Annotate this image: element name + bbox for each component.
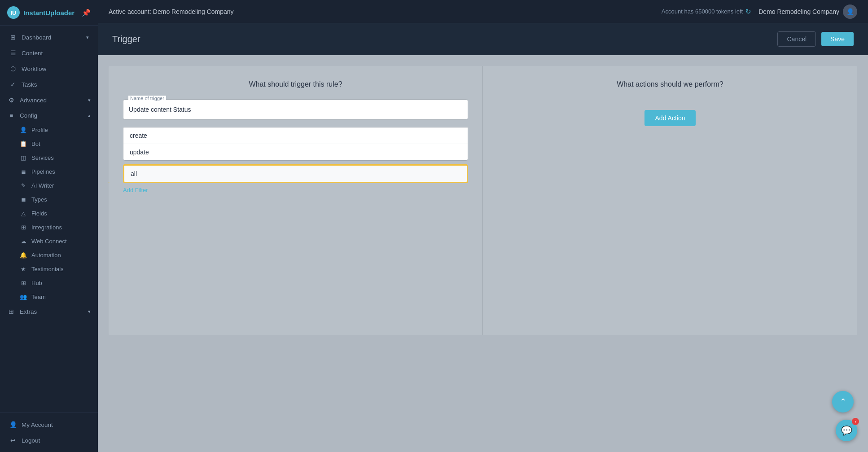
sidebar-item-config[interactable]: ≡ Config ▴ (0, 108, 98, 123)
extras-icon: ⊞ (7, 308, 15, 315)
sidebar-item-integrations[interactable]: ⊞ Integrations (0, 220, 98, 234)
sidebar-item-types[interactable]: ≣ Types (0, 193, 98, 206)
topbar: Active account: Demo Remodeling Company … (98, 0, 868, 23)
my-account-label: My Account (22, 421, 53, 428)
integrations-label: Integrations (31, 224, 62, 231)
pin-icon[interactable]: 📌 (82, 9, 91, 17)
trigger-title: Trigger (112, 34, 140, 44)
team-icon: 👥 (20, 294, 27, 300)
sidebar-item-bot[interactable]: 📋 Bot (0, 137, 98, 151)
dashboard-icon: ⊞ (9, 34, 17, 41)
content-icon: ☰ (9, 49, 17, 57)
config-label: Config (20, 112, 37, 119)
sidebar-item-extras[interactable]: ⊞ Extras ▾ (0, 304, 98, 319)
services-icon: ◫ (20, 154, 27, 161)
active-account: Active account: Demo Remodeling Company (109, 8, 234, 15)
user-section[interactable]: Demo Remodeling Company 👤 (758, 4, 857, 19)
dropdown-item-create[interactable]: create (123, 127, 468, 144)
fields-icon: △ (20, 210, 27, 217)
add-action-button[interactable]: Add Action (644, 110, 696, 126)
config-icon: ≡ (7, 112, 15, 119)
sidebar-item-logout[interactable]: ↩ Logout (2, 433, 96, 448)
avatar: 👤 (843, 4, 857, 19)
logout-icon: ↩ (9, 437, 17, 444)
dropdown-item-update[interactable]: update (123, 144, 468, 160)
trigger-selected-value[interactable]: all (123, 164, 468, 183)
bot-label: Bot (31, 140, 40, 147)
chevron-down-icon: ▾ (88, 97, 91, 103)
cancel-button[interactable]: Cancel (777, 31, 816, 47)
add-action-area: Add Action (497, 99, 843, 126)
sidebar-item-automation[interactable]: 🔔 Automation (0, 248, 98, 262)
hub-label: Hub (31, 280, 42, 286)
ai-writer-label: AI Writer (31, 182, 54, 189)
trigger-actions: Cancel Save (777, 31, 854, 47)
sidebar-item-team[interactable]: 👥 Team (0, 290, 98, 304)
automation-label: Automation (31, 252, 61, 259)
selected-wrapper: all (123, 164, 468, 183)
web-connect-icon: ☁ (20, 238, 27, 245)
logo-icon: IU (7, 6, 20, 19)
sidebar-item-pipelines[interactable]: ≣ Pipelines (0, 165, 98, 179)
chevron-down-icon: ▾ (88, 309, 91, 315)
sidebar-item-hub[interactable]: ⊞ Hub (0, 276, 98, 290)
sidebar-item-dashboard[interactable]: ⊞ Dashboard ▾ (2, 30, 96, 45)
fields-label: Fields (31, 210, 47, 217)
trigger-topbar: Trigger Cancel Save (98, 23, 868, 55)
tokens-text: Account has 650000 tokens left (662, 8, 743, 15)
trigger-right-panel: What actions should we perform? Add Acti… (483, 66, 857, 335)
bot-icon: 📋 (20, 140, 27, 147)
trigger-dropdown-list: create update (123, 127, 468, 161)
sidebar-nav: ⊞ Dashboard ▾ ☰ Content ⬡ Workflow ✓ Tas… (0, 26, 98, 413)
hub-icon: ⊞ (20, 280, 27, 286)
testimonials-label: Testimonials (31, 266, 64, 272)
right-heading: What actions should we perform? (497, 80, 843, 88)
sidebar-label-content: Content (22, 50, 43, 57)
sidebar-item-fields[interactable]: △ Fields (0, 206, 98, 220)
logout-label: Logout (22, 437, 40, 444)
types-label: Types (31, 196, 47, 203)
sidebar-label-dashboard: Dashboard (22, 34, 51, 41)
content-area: Trigger Cancel Save What should trigger … (98, 23, 868, 452)
trigger-content: What should trigger this rule? Name of t… (98, 55, 868, 452)
chat-badge: 7 (852, 418, 859, 425)
sidebar-item-profile[interactable]: 👤 Profile (0, 123, 98, 137)
sidebar-item-web-connect[interactable]: ☁ Web Connect (0, 234, 98, 248)
integrations-icon: ⊞ (20, 224, 27, 231)
svg-marker-1 (109, 178, 110, 187)
left-heading: What should trigger this rule? (123, 80, 468, 88)
user-name: Demo Remodeling Company (758, 8, 839, 15)
my-account-icon: 👤 (9, 421, 17, 428)
profile-icon: 👤 (20, 127, 27, 133)
save-button[interactable]: Save (821, 32, 854, 46)
sidebar-item-workflow[interactable]: ⬡ Workflow (2, 61, 96, 76)
sidebar-item-content[interactable]: ☰ Content (2, 45, 96, 61)
sidebar-logo[interactable]: IU InstantUploader (7, 6, 75, 19)
scroll-top-button[interactable]: ⌃ (832, 391, 854, 413)
sidebar-item-advanced[interactable]: ⚙ Advanced ▾ (0, 92, 98, 108)
trigger-name-label: Name of trigger (128, 96, 166, 101)
sidebar-item-services[interactable]: ◫ Services (0, 151, 98, 165)
sidebar-item-tasks[interactable]: ✓ Tasks (2, 77, 96, 92)
chevron-up-icon: ▴ (88, 113, 91, 118)
add-filter-button[interactable]: Add Filter (123, 187, 148, 193)
arrow-annotation (109, 169, 118, 197)
services-label: Services (31, 154, 54, 161)
testimonials-icon: ★ (20, 266, 27, 272)
team-label: Team (31, 294, 46, 300)
trigger-name-group: Name of trigger (123, 99, 468, 120)
refresh-icon[interactable]: ↻ (745, 8, 751, 16)
tokens-info: Account has 650000 tokens left ↻ (662, 8, 751, 16)
chat-button[interactable]: 💬 7 (836, 420, 857, 441)
app-name: InstantUploader (23, 9, 75, 17)
tasks-icon: ✓ (9, 81, 17, 88)
trigger-left-panel: What should trigger this rule? Name of t… (109, 66, 483, 335)
sidebar-item-testimonials[interactable]: ★ Testimonials (0, 262, 98, 276)
sidebar-item-my-account[interactable]: 👤 My Account (2, 417, 96, 432)
chevron-up-icon: ⌃ (840, 397, 846, 407)
advanced-icon: ⚙ (7, 97, 15, 104)
pipelines-icon: ≣ (20, 168, 27, 175)
sidebar-header: IU InstantUploader 📌 (0, 0, 98, 26)
sidebar-item-ai-writer[interactable]: ✎ AI Writer (0, 179, 98, 193)
trigger-name-input[interactable] (123, 99, 468, 120)
